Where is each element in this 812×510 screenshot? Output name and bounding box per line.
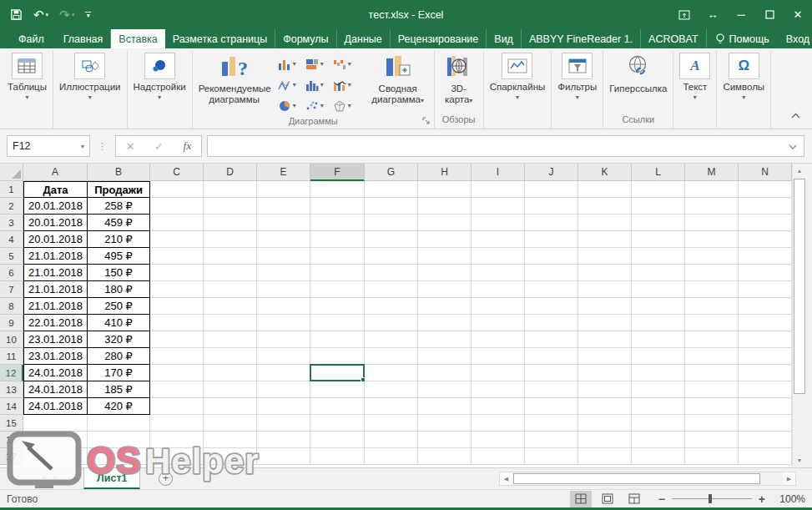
cell-J2[interactable] bbox=[525, 198, 578, 215]
cell-K9[interactable] bbox=[578, 315, 632, 331]
cell-N11[interactable] bbox=[739, 348, 792, 365]
cell-J16[interactable] bbox=[525, 432, 578, 448]
cell-G12[interactable] bbox=[365, 365, 418, 381]
column-header-K[interactable]: K bbox=[578, 164, 632, 181]
cell-B12[interactable]: 170 ₽ bbox=[88, 365, 150, 381]
cell-H2[interactable] bbox=[418, 198, 472, 215]
cell-D5[interactable] bbox=[204, 248, 257, 265]
cell-B14[interactable]: 420 ₽ bbox=[88, 398, 150, 415]
cell-L14[interactable] bbox=[632, 398, 685, 415]
cell-D3[interactable] bbox=[204, 215, 257, 231]
tab-review[interactable]: Рецензирование bbox=[391, 29, 487, 48]
close-button[interactable]: ✕ bbox=[784, 0, 812, 29]
cell-F7[interactable] bbox=[310, 281, 365, 298]
tab-abbyy[interactable]: ABBYY FineReader 1. bbox=[522, 29, 641, 48]
cell-F2[interactable] bbox=[310, 198, 365, 215]
cell-D8[interactable] bbox=[204, 298, 257, 315]
row-header-11[interactable]: 11 bbox=[0, 348, 23, 365]
vertical-scroll-thumb[interactable] bbox=[794, 179, 805, 394]
cell-L15[interactable] bbox=[632, 415, 685, 432]
cell-G11[interactable] bbox=[365, 348, 418, 365]
cell-C2[interactable] bbox=[150, 198, 204, 215]
cell-I5[interactable] bbox=[472, 248, 525, 265]
cell-E9[interactable] bbox=[257, 315, 310, 331]
row-header-6[interactable]: 6 bbox=[0, 265, 23, 281]
cell-D10[interactable] bbox=[204, 331, 257, 348]
pivot-chart-button[interactable]: Сводная диаграмма bbox=[364, 51, 432, 108]
cell-J6[interactable] bbox=[525, 265, 578, 281]
cell-F12[interactable] bbox=[310, 365, 365, 381]
cell-C17[interactable] bbox=[150, 448, 204, 465]
addins-button[interactable]: Надстройки ▾ bbox=[129, 51, 190, 103]
cell-M5[interactable] bbox=[685, 248, 739, 265]
select-all-button[interactable] bbox=[0, 164, 23, 181]
cell-B9[interactable]: 410 ₽ bbox=[88, 315, 150, 331]
cell-L13[interactable] bbox=[632, 381, 685, 398]
cell-J1[interactable] bbox=[525, 181, 578, 198]
cell-B6[interactable]: 150 ₽ bbox=[88, 265, 150, 281]
cell-G9[interactable] bbox=[365, 315, 418, 331]
cell-K13[interactable] bbox=[578, 381, 632, 398]
tab-page-layout[interactable]: Разметка страницы bbox=[165, 29, 275, 48]
cell-G4[interactable] bbox=[365, 231, 418, 248]
scroll-down-icon[interactable]: ▼ bbox=[793, 453, 806, 467]
column-header-H[interactable]: H bbox=[418, 164, 472, 181]
cell-A13[interactable]: 24.01.2018 bbox=[23, 381, 88, 398]
row-header-2[interactable]: 2 bbox=[0, 198, 23, 215]
cell-H9[interactable] bbox=[418, 315, 472, 331]
cell-H13[interactable] bbox=[418, 381, 472, 398]
pie-chart-icon[interactable] bbox=[278, 95, 305, 116]
cell-J17[interactable] bbox=[525, 448, 578, 465]
cell-J13[interactable] bbox=[525, 381, 578, 398]
cell-A15[interactable] bbox=[23, 415, 88, 432]
cell-K2[interactable] bbox=[578, 198, 632, 215]
cell-G16[interactable] bbox=[365, 432, 418, 448]
cell-F13[interactable] bbox=[310, 381, 365, 398]
cell-L8[interactable] bbox=[632, 298, 685, 315]
cell-I15[interactable] bbox=[472, 415, 525, 432]
row-header-14[interactable]: 14 bbox=[0, 398, 23, 415]
cell-J7[interactable] bbox=[525, 281, 578, 298]
cell-D14[interactable] bbox=[204, 398, 257, 415]
scatter-chart-icon[interactable] bbox=[305, 95, 333, 116]
name-box[interactable]: F12 ▾ bbox=[7, 135, 90, 157]
minimize-button[interactable]: ─ bbox=[727, 0, 755, 29]
cell-E3[interactable] bbox=[257, 215, 310, 231]
cell-C5[interactable] bbox=[150, 248, 204, 265]
line-chart-icon[interactable] bbox=[278, 74, 305, 95]
cell-E2[interactable] bbox=[257, 198, 310, 215]
row-header-5[interactable]: 5 bbox=[0, 248, 23, 265]
text-button[interactable]: A Текст ▾ bbox=[675, 51, 714, 103]
cell-I14[interactable] bbox=[472, 398, 525, 415]
cell-K14[interactable] bbox=[578, 398, 632, 415]
cell-C10[interactable] bbox=[150, 331, 204, 348]
cell-J5[interactable] bbox=[525, 248, 578, 265]
undo-button[interactable]: ↶▾ bbox=[33, 8, 48, 23]
cell-B17[interactable] bbox=[88, 448, 150, 465]
cell-M1[interactable] bbox=[685, 181, 739, 198]
cell-B13[interactable]: 185 ₽ bbox=[88, 381, 150, 398]
cell-A6[interactable]: 21.01.2018 bbox=[23, 265, 88, 281]
cell-D1[interactable] bbox=[204, 181, 257, 198]
cell-I3[interactable] bbox=[472, 215, 525, 231]
column-header-A[interactable]: A bbox=[23, 164, 88, 181]
collapse-ribbon-icon[interactable] bbox=[791, 107, 800, 122]
cell-J15[interactable] bbox=[525, 415, 578, 432]
cell-L6[interactable] bbox=[632, 265, 685, 281]
cell-H10[interactable] bbox=[418, 331, 472, 348]
column-chart-icon[interactable] bbox=[278, 53, 305, 74]
illustrations-button[interactable]: Иллюстрации ▾ bbox=[55, 51, 125, 103]
cell-I7[interactable] bbox=[472, 281, 525, 298]
cell-M10[interactable] bbox=[685, 331, 739, 348]
cell-A1[interactable]: Дата bbox=[23, 181, 88, 198]
cell-D13[interactable] bbox=[204, 381, 257, 398]
cell-D9[interactable] bbox=[204, 315, 257, 331]
cell-A8[interactable]: 21.01.2018 bbox=[23, 298, 88, 315]
cell-L7[interactable] bbox=[632, 281, 685, 298]
cell-H5[interactable] bbox=[418, 248, 472, 265]
cell-M14[interactable] bbox=[685, 398, 739, 415]
cell-J3[interactable] bbox=[525, 215, 578, 231]
cell-J9[interactable] bbox=[525, 315, 578, 331]
cell-B3[interactable]: 459 ₽ bbox=[88, 215, 150, 231]
enter-formula-icon[interactable]: ✓ bbox=[154, 140, 164, 153]
